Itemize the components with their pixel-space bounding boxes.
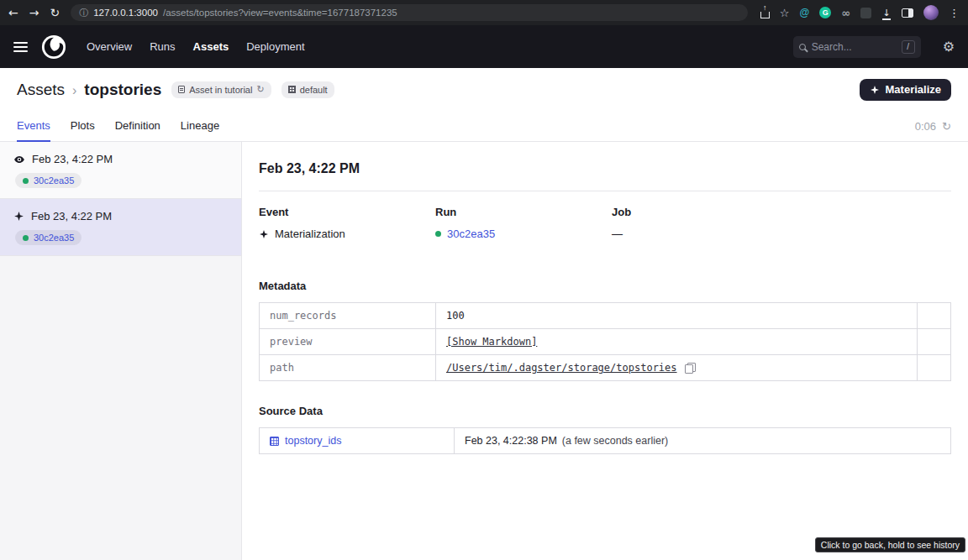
tab-events[interactable]: Events (17, 111, 50, 142)
menu-hamburger-icon[interactable] (13, 42, 28, 52)
event-list-item-materialization[interactable]: Feb 23, 4:22 PM 30c2ea35 (0, 199, 241, 256)
downloads-icon[interactable]: ↓ (881, 8, 892, 18)
history-tooltip: Click to go back, hold to see history (815, 537, 965, 552)
dagster-logo[interactable] (41, 34, 66, 60)
metadata-table: num_records 100 preview [Show Markdown] … (259, 302, 951, 381)
global-search[interactable]: / (793, 36, 921, 58)
asset-tabs: Events Plots Definition Lineage 0:06 ↻ (0, 111, 968, 142)
content: Feb 23, 4:22 PM 30c2ea35 Feb 23, 4:22 PM… (0, 142, 968, 560)
share-icon[interactable] (760, 12, 770, 18)
run-tag[interactable]: 30c2ea35 (15, 230, 82, 245)
event-summary-columns: Event Materialization Run 30c2ea35 Job — (259, 206, 951, 240)
nav-item-runs[interactable]: Runs (150, 40, 175, 53)
event-title: Feb 23, 4:22 PM (259, 161, 951, 176)
event-column-label: Event (259, 206, 435, 218)
source-data-table: topstory_ids Feb 23, 4:22:38 PM (a few s… (259, 427, 951, 454)
grammarly-icon[interactable]: G (819, 7, 831, 18)
materialize-sparkle-icon (870, 85, 880, 95)
run-id: 30c2ea35 (34, 175, 74, 186)
settings-gear-icon[interactable]: ⚙ (943, 39, 955, 55)
metadata-value: 100 (436, 303, 917, 328)
run-tag[interactable]: 30c2ea35 (15, 173, 82, 188)
materialize-button[interactable]: Materialize (860, 79, 951, 101)
browser-back-button[interactable]: ← (8, 7, 18, 18)
browser-url-bar[interactable]: ⓘ 127.0.0.1:3000/assets/topstories?view=… (71, 4, 748, 21)
extension-icon[interactable] (860, 8, 871, 18)
nav-item-deployment[interactable]: Deployment (246, 40, 304, 53)
event-list-sidebar: Feb 23, 4:22 PM 30c2ea35 Feb 23, 4:22 PM… (0, 142, 242, 560)
run-status-dot (23, 235, 29, 241)
timer-refresh-icon[interactable]: ↻ (942, 121, 951, 132)
table-row: path /Users/tim/.dagster/storage/topstor… (260, 354, 950, 380)
breadcrumb-topstories: topstories (84, 81, 161, 99)
browser-forward-button[interactable]: → (29, 7, 39, 18)
tab-definition[interactable]: Definition (115, 111, 160, 142)
group-badge[interactable]: default (281, 81, 334, 98)
run-link[interactable]: 30c2ea35 (447, 228, 495, 240)
run-status-dot (435, 231, 441, 237)
run-id: 30c2ea35 (34, 233, 74, 243)
infinity-extension-icon[interactable]: ∞ (841, 7, 850, 19)
group-grid-icon (288, 86, 296, 93)
job-value: — (612, 228, 623, 240)
run-status-dot (23, 178, 29, 184)
table-row: preview [Show Markdown] (260, 328, 950, 354)
breadcrumb: Assets › topstories (17, 81, 161, 99)
run-column-label: Run (435, 206, 612, 218)
tab-plots[interactable]: Plots (71, 111, 95, 142)
url-path: /assets/topstories?view=events&time=1677… (163, 8, 397, 18)
timer-value: 0:06 (915, 120, 936, 133)
search-input[interactable] (812, 41, 896, 53)
source-timestamp-note: (a few seconds earlier) (562, 435, 668, 447)
app-header: Overview Runs Assets Deployment / ⚙ (0, 25, 968, 68)
show-markdown-link[interactable]: [Show Markdown] (446, 336, 537, 348)
run-column: Run 30c2ea35 (435, 206, 612, 240)
browser-reload-button[interactable]: ↻ (50, 7, 60, 18)
side-panel-icon[interactable] (902, 8, 913, 18)
job-column-label: Job (612, 206, 788, 218)
event-column: Event Materialization (259, 206, 435, 240)
browser-toolbar-icons: ☆ @ G ∞ ↓ ⋮ (760, 5, 960, 20)
metadata-action-cell (917, 329, 950, 354)
nav-item-assets[interactable]: Assets (193, 40, 229, 53)
breadcrumb-assets[interactable]: Assets (17, 81, 65, 99)
source-asset-cell: topstory_ids (260, 428, 455, 453)
browser-menu-icon[interactable]: ⋮ (949, 7, 960, 19)
event-list-item-observation[interactable]: Feb 23, 4:22 PM 30c2ea35 (0, 142, 241, 199)
materialization-icon (13, 211, 24, 222)
observation-eye-icon (13, 154, 25, 165)
tab-lineage[interactable]: Lineage (181, 111, 219, 142)
site-info-icon[interactable]: ⓘ (79, 7, 88, 19)
materialize-button-label: Materialize (886, 83, 941, 96)
app-nav: Overview Runs Assets Deployment (87, 40, 305, 53)
event-timestamp: Feb 23, 4:22 PM (32, 153, 113, 165)
asset-doc-icon (178, 86, 185, 93)
browser-profile-avatar[interactable] (923, 5, 939, 20)
table-icon (270, 437, 279, 446)
materialization-icon (259, 229, 269, 239)
metadata-key: num_records (260, 303, 436, 328)
bookmark-star-icon[interactable]: ☆ (780, 7, 790, 19)
metadata-action-cell (917, 355, 950, 380)
source-timestamp-cell: Feb 23, 4:22:38 PM (a few seconds earlie… (455, 428, 950, 453)
event-type-value: Materialization (275, 228, 345, 240)
nav-item-overview[interactable]: Overview (87, 40, 132, 53)
group-badge-label: default (300, 85, 328, 95)
refresh-icon[interactable]: ↻ (256, 85, 264, 94)
source-asset-link[interactable]: topstory_ids (285, 435, 341, 447)
event-timestamp: Feb 23, 4:22 PM (31, 210, 112, 222)
event-detail-panel: Feb 23, 4:22 PM Event Materialization Ru… (242, 142, 968, 560)
path-link[interactable]: /Users/tim/.dagster/storage/topstories (446, 362, 677, 374)
divider (259, 191, 951, 191)
table-row: num_records 100 (260, 303, 950, 328)
tutorial-badge[interactable]: Asset in tutorial ↻ (171, 81, 271, 98)
metadata-action-cell (917, 303, 950, 328)
at-extension-icon[interactable]: @ (799, 7, 809, 18)
browser-chrome: ← → ↻ ⓘ 127.0.0.1:3000/assets/topstories… (0, 0, 968, 25)
metadata-key: path (260, 355, 436, 380)
search-icon (799, 44, 806, 50)
slash-shortcut-badge: / (902, 40, 915, 54)
breadcrumb-separator: › (72, 83, 76, 98)
source-data-heading: Source Data (259, 405, 951, 417)
copy-icon[interactable] (685, 363, 696, 374)
